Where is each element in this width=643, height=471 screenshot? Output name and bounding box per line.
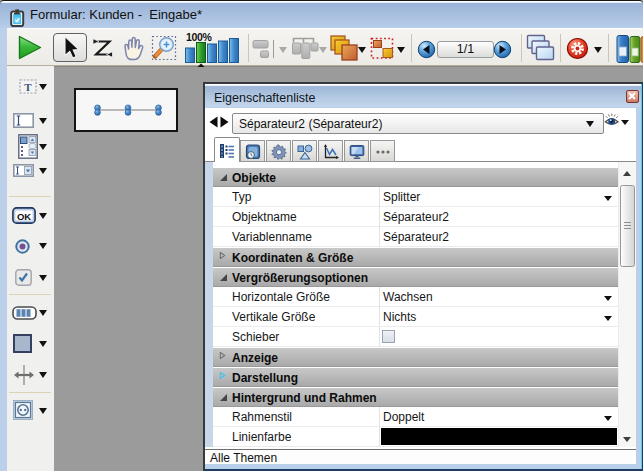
svg-text:T: T [24, 81, 32, 93]
svg-text:OK: OK [17, 211, 31, 222]
